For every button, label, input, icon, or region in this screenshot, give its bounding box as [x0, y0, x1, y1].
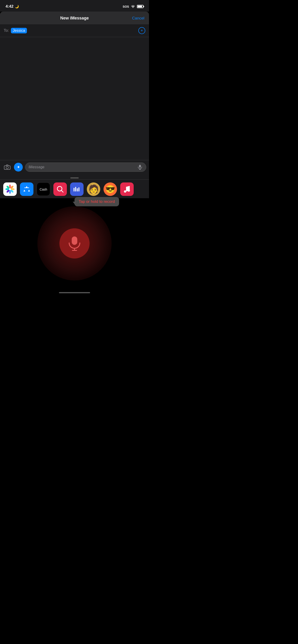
wifi-icon [131, 5, 135, 8]
record-button[interactable] [59, 228, 90, 258]
drawer-app-soundcloud[interactable] [70, 182, 84, 196]
to-label: To: [4, 28, 9, 33]
svg-rect-19 [77, 188, 78, 192]
to-field: To: Jessica + [0, 24, 149, 37]
message-input[interactable]: iMessage [25, 162, 146, 172]
record-overlay: Tap or hold to record [0, 198, 149, 288]
add-recipient-button[interactable]: + [138, 27, 145, 34]
home-indicator [0, 288, 149, 296]
svg-point-21 [124, 190, 126, 193]
apps-button[interactable]: ✦ [14, 163, 23, 172]
message-body[interactable] [0, 37, 149, 160]
time-display: 4:42 [6, 4, 14, 9]
drawer-handle [70, 177, 79, 178]
header-title: New iMessage [60, 16, 89, 21]
svg-point-1 [6, 166, 8, 169]
svg-point-22 [128, 190, 130, 192]
music-icon [120, 182, 134, 196]
message-placeholder: iMessage [29, 165, 135, 169]
drawer-app-stickers[interactable]: 😎 [104, 182, 117, 196]
svg-rect-23 [72, 236, 77, 245]
status-time: 4:42 🌙 [6, 4, 19, 9]
soundcloud-icon [70, 182, 84, 196]
svg-text:Cash: Cash [40, 188, 47, 191]
moon-icon: 🌙 [15, 5, 19, 8]
memoji-icon: 🧑 [87, 182, 100, 196]
status-indicators: SOS [123, 5, 143, 8]
drawer-app-cash[interactable]: Cash [37, 182, 50, 196]
status-bar: 4:42 🌙 SOS [0, 0, 149, 12]
home-bar [59, 292, 90, 293]
svg-line-16 [61, 190, 63, 192]
apps-icon: ✦ [17, 164, 20, 170]
record-tooltip: Tap or hold to record [75, 197, 119, 206]
drawer-handle-area [0, 174, 149, 178]
svg-rect-18 [75, 187, 76, 192]
drawer-app-appstore[interactable] [20, 182, 34, 196]
search-icon [53, 182, 67, 196]
camera-button[interactable] [3, 163, 12, 172]
sos-indicator: SOS [123, 5, 129, 8]
cash-icon: Cash [37, 182, 50, 196]
appstore-icon [20, 182, 34, 196]
svg-rect-20 [79, 187, 79, 192]
battery-icon [137, 5, 143, 8]
battery-fill [138, 6, 142, 8]
svg-rect-2 [139, 165, 141, 168]
input-bar: ✦ iMessage [0, 160, 149, 174]
record-outer-circle [37, 206, 112, 280]
drawer-app-photos[interactable] [3, 182, 17, 196]
mic-inline-button[interactable] [137, 164, 143, 170]
drawer-app-search[interactable] [53, 182, 67, 196]
cancel-button[interactable]: Cancel [132, 16, 144, 21]
mic-large-icon [68, 236, 81, 251]
app-drawer: Cash [0, 180, 149, 198]
svg-rect-17 [74, 188, 75, 192]
photos-icon [3, 182, 17, 196]
recipient-chip[interactable]: Jessica [11, 28, 27, 34]
stickers-icon: 😎 [104, 182, 117, 196]
message-header: New iMessage Cancel [0, 12, 149, 24]
drawer-app-memoji[interactable]: 🧑 [87, 182, 100, 196]
camera-icon [4, 164, 11, 170]
mic-inline-icon [138, 164, 142, 170]
drawer-app-music[interactable] [120, 182, 134, 196]
message-sheet: New iMessage Cancel To: Jessica + ✦ iMes… [0, 12, 149, 198]
